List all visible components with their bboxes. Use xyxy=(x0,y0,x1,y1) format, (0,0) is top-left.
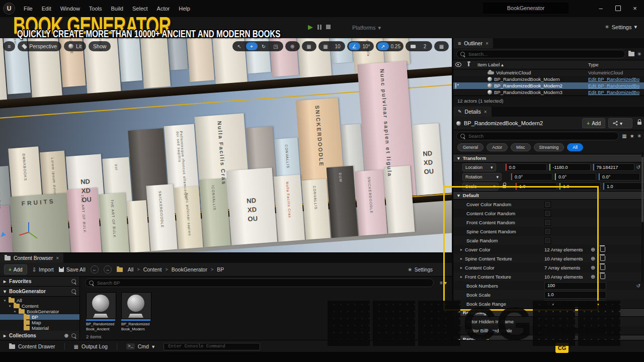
tab-outliner[interactable]: ≡ Outliner × xyxy=(453,38,493,48)
close-icon[interactable]: × xyxy=(484,109,487,115)
back-button[interactable]: ← xyxy=(91,265,99,274)
section-default[interactable]: ▾ Default xyxy=(453,191,644,200)
transform-location-dropdown[interactable]: Location▾ xyxy=(462,163,496,171)
menu-actor[interactable]: Actor xyxy=(152,6,175,12)
tree-item-material[interactable]: Material xyxy=(0,325,79,331)
reset-icon[interactable]: ↺ xyxy=(636,164,640,170)
edit-blueprint-link[interactable]: Edit BP_RandomizedBo xyxy=(588,76,644,82)
checkbox[interactable] xyxy=(544,210,551,217)
display-options-icon[interactable]: ▦ xyxy=(622,133,626,139)
z-value-field[interactable]: 0.0° xyxy=(598,173,640,180)
y-value-field[interactable]: -1180.0 xyxy=(549,163,591,171)
platforms-dropdown[interactable]: Platforms ▾ xyxy=(352,25,381,31)
move-tool-button[interactable]: + xyxy=(246,42,258,50)
value-field[interactable]: 100 xyxy=(544,282,606,290)
y-value-field[interactable]: 0.0° xyxy=(554,173,596,180)
book-spine[interactable]: Nunc pulvinar sapien xyxy=(174,186,203,249)
maximize-viewport-button[interactable]: ▦ xyxy=(436,42,447,50)
checkbox[interactable] xyxy=(544,318,551,325)
content-drawer-button[interactable]: Content Drawer xyxy=(4,340,60,352)
sources-header[interactable]: ▾ BookGenerator xyxy=(0,287,79,297)
book-spine[interactable]: SNICKERDOODLE xyxy=(354,169,387,236)
chevron-right-icon[interactable]: ▸ xyxy=(460,247,462,252)
scale-tool-button[interactable]: ◳ xyxy=(270,42,282,50)
details-search[interactable] xyxy=(456,132,619,140)
collections-header[interactable]: ▸ Collections ⊕ xyxy=(0,331,79,341)
asset-tile[interactable]: BP_RandomizedBook_Ancient xyxy=(86,292,116,332)
details-scrollbar[interactable] xyxy=(641,152,643,283)
perspective-dropdown[interactable]: Perspective xyxy=(18,41,61,51)
filter-chip-general[interactable]: General xyxy=(457,143,484,151)
close-button[interactable]: × xyxy=(629,2,641,14)
x-value-field[interactable]: 0.0° xyxy=(511,173,552,180)
show-dropdown[interactable]: Show xyxy=(89,41,111,51)
eye-icon[interactable] xyxy=(455,62,461,67)
tree-item-bp[interactable]: BP xyxy=(0,314,79,320)
asset-tile[interactable]: BP_RandomizedBook_Modern xyxy=(121,292,151,332)
tree-item-bookgenerator[interactable]: ▾BookGenerator xyxy=(0,309,79,314)
chevron-right-icon[interactable]: ▸ xyxy=(460,256,462,261)
menu-build[interactable]: Build xyxy=(107,6,128,12)
camera-speed-button[interactable] xyxy=(407,42,419,50)
search-icon[interactable] xyxy=(71,289,76,294)
book-spine[interactable]: Nulla Facilis Cras xyxy=(274,174,305,242)
value-field[interactable] xyxy=(544,327,606,334)
section-rendering[interactable]: ▾ Rendering xyxy=(453,308,644,317)
add-collection-icon[interactable]: ⊕ xyxy=(64,333,68,338)
close-icon[interactable]: × xyxy=(486,41,489,46)
checkbox[interactable] xyxy=(544,237,551,244)
type-column[interactable]: Type xyxy=(588,62,644,67)
filter-chip-actor[interactable]: Actor xyxy=(487,143,508,151)
delete-elements-icon[interactable] xyxy=(600,256,605,261)
select-tool-button[interactable]: ↖ xyxy=(234,42,246,50)
breadcrumb-item-bookgenerator[interactable]: BookGenerator xyxy=(172,266,207,273)
close-icon[interactable]: × xyxy=(56,255,59,261)
console-command-input[interactable] xyxy=(167,343,257,349)
menu-file[interactable]: File xyxy=(19,6,37,12)
tab-content-browser[interactable]: Content Browser × xyxy=(0,253,63,263)
import-button[interactable]: ⇩ Import xyxy=(32,266,54,273)
chevron-right-icon[interactable]: ▸ xyxy=(460,275,462,279)
edit-blueprint-link[interactable]: Edit BP_RandomizedBo xyxy=(588,83,644,88)
add-element-icon[interactable]: ⊕ xyxy=(591,255,595,262)
tree-item-content[interactable]: ▾Content xyxy=(0,303,79,309)
filter-chip-all[interactable]: All xyxy=(567,143,583,151)
delete-elements-icon[interactable] xyxy=(600,274,605,279)
gear-icon[interactable]: ✳ xyxy=(637,133,641,139)
surface-snapping-button[interactable]: ▦ xyxy=(303,42,315,50)
add-element-icon[interactable]: ⊕ xyxy=(591,246,595,253)
tree-item-map[interactable]: Map xyxy=(0,320,79,325)
cmd-dropdown[interactable]: >_ Cmd ▾ xyxy=(121,340,159,352)
output-log-button[interactable]: ▦ Output Log xyxy=(69,340,113,352)
console-input-wrap[interactable] xyxy=(164,343,260,350)
pause-button[interactable] xyxy=(317,25,321,30)
outliner-search[interactable] xyxy=(456,50,625,58)
checkbox[interactable] xyxy=(544,201,551,208)
pin-icon[interactable] xyxy=(468,63,469,66)
content-settings-button[interactable]: ✳ Settings xyxy=(408,267,448,273)
play-button[interactable]: ▶ xyxy=(308,23,313,31)
reset-icon[interactable]: ↺ xyxy=(636,283,640,289)
breadcrumb-item-content[interactable]: Content xyxy=(143,266,162,273)
z-value-field[interactable]: 1.0 xyxy=(603,183,644,190)
add-asset-button[interactable]: + Add xyxy=(4,264,27,275)
menu-window[interactable]: Window xyxy=(56,6,85,12)
gear-icon[interactable]: ✳ xyxy=(637,51,641,57)
delete-elements-icon[interactable] xyxy=(600,265,605,270)
outliner-row[interactable]: BP_RandomizedBook_ModernEdit BP_Randomiz… xyxy=(453,76,644,82)
asset-search[interactable] xyxy=(85,279,434,287)
new-folder-icon[interactable] xyxy=(628,52,634,56)
transform-rotation-dropdown[interactable]: Rotation▾ xyxy=(462,173,502,181)
tree-item-all[interactable]: ▾All xyxy=(0,298,79,303)
scale-snap-value[interactable]: 0.25 xyxy=(389,42,402,50)
save-all-button[interactable]: Save All xyxy=(59,266,86,273)
book-spine[interactable]: DUM xyxy=(327,166,358,238)
world-coordinate-button[interactable]: ⊕ xyxy=(287,42,298,50)
favorites-header[interactable]: ▸ Favorites xyxy=(0,277,79,287)
add-element-icon[interactable]: ⊕ xyxy=(591,274,595,280)
chevron-right-icon[interactable]: ▸ xyxy=(460,265,462,270)
book-spine[interactable]: NDXDOU xyxy=(226,167,278,245)
menu-help[interactable]: Help xyxy=(174,6,195,12)
minimize-button[interactable]: – xyxy=(595,2,607,14)
menu-edit[interactable]: Edit xyxy=(37,6,56,12)
